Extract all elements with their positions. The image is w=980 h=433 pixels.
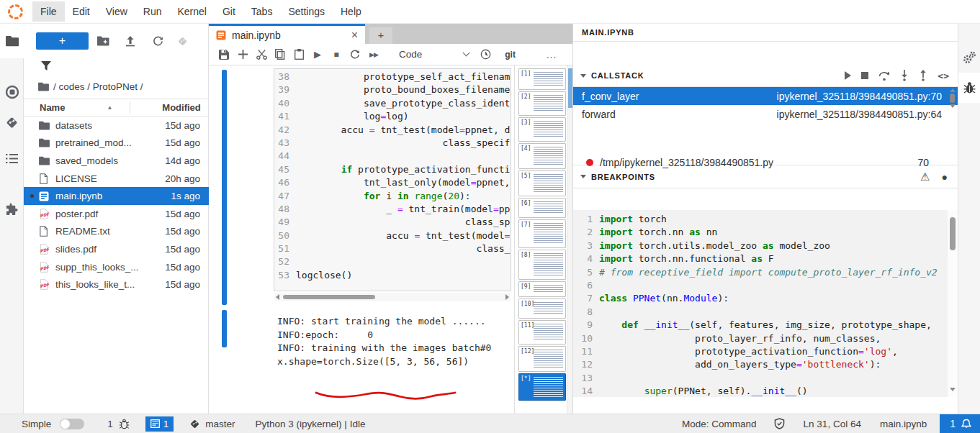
new-launcher-button[interactable]: + [36,32,89,50]
minimap-cell-8[interactable]: [8] [518,250,566,280]
callstack-section-header[interactable]: CALLSTACK <> [573,65,958,87]
menu-item-kernel[interactable]: Kernel [169,1,214,22]
step-in-button[interactable] [900,70,909,81]
cell-type-select[interactable]: Code [399,49,422,60]
step-over-button[interactable] [878,70,890,81]
breakpoint-row[interactable]: /tmp/ipykernel_325118/3984490851.py70 [573,153,958,172]
remove-all-breakpoints-icon[interactable]: ● [942,171,948,183]
file-list-header[interactable]: Name ▲ Modified [24,99,209,117]
callstack-scrollbar-thumb[interactable] [950,94,955,103]
file-row-readme-txt[interactable]: README.txt15d ago [24,223,209,241]
debugger-tab-icon[interactable] [958,73,980,103]
minimap-cell-1[interactable]: [1] [518,68,566,90]
git-branch-name[interactable]: master [205,419,235,429]
file-row-pretrained-mod-[interactable]: pretrained_mod...15d ago [24,135,209,152]
git-branch-icon[interactable] [189,419,200,429]
kernel-status[interactable]: Python 3 (ipykernel) | Idle [256,419,366,429]
minimap-cell-10[interactable]: [10] [518,298,566,319]
terminals-kernels-badge[interactable]: 1 [145,416,174,432]
minimap-cell-7[interactable]: [7] [518,219,566,248]
add-cell-button[interactable] [233,44,252,65]
file-row-supp-this-looks-[interactable]: PDFsupp_this_looks_...15d ago [24,258,209,276]
active-cell-collapser[interactable] [222,70,227,305]
close-tab-icon[interactable]: × [351,30,358,40]
source-scrollbar[interactable] [948,210,958,397]
minimap-cell-5[interactable]: [5] [518,170,566,196]
output-collapser[interactable] [222,310,227,347]
new-folder-button[interactable] [96,35,110,47]
command-mode-indicator[interactable]: Mode: Command [682,419,757,429]
filter-files-icon[interactable] [41,61,51,73]
file-row-saved-models[interactable]: saved_models14d ago [24,152,209,170]
horizontal-scrollbar-thumb[interactable] [283,295,375,299]
step-out-button[interactable] [919,70,927,81]
cut-cells-button[interactable] [252,44,271,65]
paste-cells-button[interactable] [289,44,308,65]
continue-button[interactable] [845,71,851,80]
file-row-license[interactable]: LICENSE20h ago [24,170,209,188]
breadcrumb[interactable]: / codes / ProtoPNet / [38,81,143,92]
restart-run-all-button[interactable]: ▶▶ [364,44,383,65]
scroll-up-icon[interactable] [950,88,956,92]
minimap-cell-12[interactable]: [12] [518,346,566,372]
column-name[interactable]: Name [40,102,65,113]
breakpoint-dot-icon[interactable] [586,159,593,166]
source-editor[interactable]: 1import torch2import torch.nn as nn3impo… [573,210,948,397]
git-toolbar-label[interactable]: git [505,50,516,60]
callstack-frame-forward[interactable]: forwardipykernel_325118/3984490851.py:64 [573,105,958,123]
cursor-position[interactable]: Ln 31, Col 64 [804,419,861,429]
property-inspector-tab-icon[interactable] [958,42,980,73]
minimap-cell-9[interactable]: [9] [518,281,566,297]
menu-item-help[interactable]: Help [333,1,369,22]
column-modified[interactable]: Modified [162,102,200,113]
pause-on-exception-icon[interactable]: ⚠ [920,170,930,183]
new-tab-button[interactable]: + [369,27,392,44]
cell-type-chevron-icon[interactable] [463,50,470,57]
menu-item-view[interactable]: View [98,1,135,22]
menu-item-tabs[interactable]: Tabs [243,1,281,22]
file-row-datasets[interactable]: datasets15d ago [24,117,209,135]
file-browser-tab-icon[interactable] [0,24,24,58]
bug-icon[interactable] [119,419,130,429]
breadcrumb-path[interactable]: / codes / ProtoPNet / [53,81,143,92]
restart-kernel-button[interactable] [346,44,364,65]
callstack-frame-f_conv_layer[interactable]: f_conv_layeripykernel_325118/3984490851.… [573,87,958,105]
copy-cells-button[interactable] [271,44,289,65]
scroll-left-icon[interactable] [276,294,279,300]
refresh-file-list-button[interactable] [150,35,165,47]
minimap-cell-*[interactable]: [*] [518,373,566,401]
more-commands-icon[interactable]: … [546,48,557,60]
expand-chevron-icon[interactable] [580,74,586,78]
minimap-cell-4[interactable]: [4] [518,143,566,169]
menu-item-git[interactable]: Git [215,1,243,22]
running-kernels-tab-icon[interactable] [0,77,24,107]
scroll-down-icon[interactable] [950,104,956,108]
terminate-button[interactable] [861,72,868,79]
expand-chevron-icon[interactable] [580,175,586,178]
table-of-contents-tab-icon[interactable] [0,143,24,173]
save-button[interactable] [215,44,233,65]
menu-item-file[interactable]: File [32,1,65,22]
run-cell-button[interactable]: ▶ [308,44,327,65]
menu-item-run[interactable]: Run [135,1,170,22]
tab-main-ipynb[interactable]: main.ipynb × [209,24,365,44]
extensions-tab-icon[interactable] [0,193,24,224]
callstack-scrollbar[interactable] [948,87,957,123]
source-scrollbar-thumb[interactable] [950,217,956,250]
minimap-cell-11[interactable]: [11] [518,320,566,345]
minimap-cell-2[interactable]: [2] [518,91,566,116]
upload-button[interactable] [123,35,138,47]
code-cell-editor[interactable]: 38 prototype_self_act_filename39 proto_b… [274,68,511,291]
notification-badge[interactable]: 1 [940,414,980,433]
scroll-down-icon[interactable] [950,388,956,391]
file-row-poster-pdf[interactable]: PDFposter.pdf15d ago [24,205,209,223]
minimap-cell-6[interactable]: [6] [518,198,566,218]
interrupt-kernel-button[interactable]: ■ [327,44,346,65]
simple-mode-toggle[interactable] [60,419,84,429]
scroll-right-icon[interactable] [505,294,509,300]
git-tab-icon[interactable] [0,107,24,137]
menu-item-edit[interactable]: Edit [65,1,98,22]
horizontal-scrollbar[interactable] [274,293,511,301]
file-row-main-ipynb[interactable]: main.ipynb1s ago [24,187,209,205]
execution-time-icon[interactable] [476,44,495,65]
